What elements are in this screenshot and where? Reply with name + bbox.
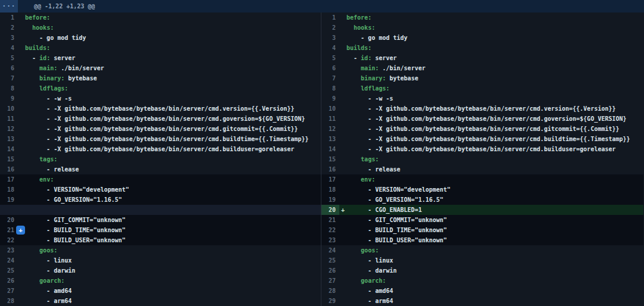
line-number[interactable]: 10	[0, 104, 18, 114]
yaml-key: goarch:	[39, 277, 64, 284]
add-comment-button[interactable]: +	[16, 226, 25, 235]
diff-line: 17 env:	[0, 174, 321, 185]
line-number[interactable]: 13	[321, 134, 339, 144]
line-number[interactable]: 5	[0, 53, 18, 63]
line-number[interactable]: 12	[321, 124, 339, 134]
diff-marker	[339, 53, 346, 63]
code-text: - BUILD_USER="unknown"	[25, 237, 126, 243]
line-number[interactable]: 2	[0, 23, 18, 33]
code-line: - arm64	[25, 296, 321, 306]
code-line: - -X github.com/bytebase/bytebase/bin/se…	[25, 104, 321, 114]
diff-marker	[339, 245, 346, 255]
line-number[interactable]: 25	[0, 266, 18, 276]
line-number[interactable]: 16	[321, 164, 339, 174]
diff-line: 19 - GO_VERSION="1.16.5"	[0, 195, 321, 205]
code-text	[25, 277, 39, 284]
diff-marker	[339, 195, 346, 205]
diff-line: 5 - id: server	[321, 53, 643, 63]
line-number[interactable]: 26	[321, 266, 339, 276]
line-number[interactable]: 9	[321, 93, 339, 104]
line-number[interactable]: 15	[0, 154, 18, 164]
line-number[interactable]: 3	[0, 33, 18, 43]
diff-line: 2 hooks:	[0, 23, 321, 33]
line-number[interactable]: 12	[0, 124, 18, 134]
line-number[interactable]: 1	[0, 13, 18, 23]
line-number[interactable]: 17	[0, 174, 18, 185]
line-number[interactable]: 19	[321, 195, 339, 205]
line-number[interactable]: 29	[321, 296, 339, 306]
code-text: - -w -s	[25, 95, 72, 102]
yaml-key: goos:	[361, 247, 379, 254]
code-text: - -X github.com/bytebase/bytebase/bin/se…	[346, 115, 627, 122]
code-text: bytebase	[64, 75, 97, 82]
line-number[interactable]: 22	[0, 235, 18, 245]
code-text: - amd64	[25, 288, 72, 294]
line-number[interactable]: 15	[321, 154, 339, 164]
line-number[interactable]: 24	[0, 255, 18, 266]
line-number[interactable]: 18	[0, 185, 18, 195]
line-number[interactable]: 17	[321, 174, 339, 185]
line-number[interactable]: 6	[321, 63, 339, 73]
line-number[interactable]: 19	[0, 195, 18, 205]
line-number[interactable]: 4	[0, 43, 18, 53]
code-line: goos:	[346, 245, 643, 255]
line-number[interactable]: 13	[0, 134, 18, 144]
diff-marker	[339, 144, 346, 154]
diff-line: 4builds:	[321, 43, 643, 53]
diff-marker	[339, 276, 346, 286]
line-number[interactable]: 2	[321, 23, 339, 33]
diff-line: 15 tags:	[321, 154, 643, 164]
line-number[interactable]: 11	[321, 114, 339, 124]
line-number[interactable]: 9	[0, 93, 18, 104]
line-number[interactable]: 18	[321, 185, 339, 195]
code-text	[346, 65, 361, 71]
line-number[interactable]: 28	[321, 286, 339, 296]
code-line: - VERSION="development"	[346, 185, 643, 195]
line-number[interactable]: 22	[321, 225, 339, 235]
code-line: - -X github.com/bytebase/bytebase/bin/se…	[25, 134, 321, 144]
line-number[interactable]: 25	[321, 255, 339, 266]
line-number[interactable]: 26	[0, 276, 18, 286]
line-number[interactable]: 8	[321, 83, 339, 93]
code-text: - -X github.com/bytebase/bytebase/bin/se…	[25, 115, 305, 122]
code-text: - arm64	[25, 298, 72, 304]
line-number[interactable]: 5	[321, 53, 339, 63]
line-number[interactable]: 10	[321, 104, 339, 114]
line-number[interactable]: 20	[321, 205, 339, 215]
line-number[interactable]: 6	[0, 63, 18, 73]
line-number[interactable]: 27	[321, 276, 339, 286]
code-text	[346, 176, 361, 183]
line-number[interactable]: 21	[321, 215, 339, 225]
diff-marker	[18, 104, 25, 114]
line-number[interactable]: 7	[321, 73, 339, 83]
line-number[interactable]: 14	[0, 144, 18, 154]
code-line: - BUILD_TIME="unknown"	[346, 225, 643, 235]
line-number[interactable]: 21	[0, 225, 18, 235]
yaml-key: id:	[39, 55, 50, 61]
line-number[interactable]: 16	[0, 164, 18, 174]
code-text: - go mod tidy	[25, 35, 86, 41]
code-text	[25, 75, 39, 82]
diff-line: 13 - -X github.com/bytebase/bytebase/bin…	[321, 134, 643, 144]
diff-marker	[339, 164, 346, 174]
diff-marker	[339, 185, 346, 195]
diff-line: 1before:	[0, 13, 321, 23]
line-number[interactable]: 3	[321, 33, 339, 43]
line-number[interactable]: 8	[0, 83, 18, 93]
diff-line: 16 - release	[321, 164, 643, 174]
line-number[interactable]: 28	[0, 296, 18, 306]
line-number[interactable]: 1	[321, 13, 339, 23]
line-number[interactable]: 14	[321, 144, 339, 154]
line-number[interactable]: 4	[321, 43, 339, 53]
line-number[interactable]: 11	[0, 114, 18, 124]
code-line: - CGO_ENABLED=1	[346, 205, 643, 215]
line-number[interactable]: 20	[0, 215, 18, 225]
line-number[interactable]: 7	[0, 73, 18, 83]
line-number[interactable]: 27	[0, 286, 18, 296]
more-options-button[interactable]: ···	[0, 0, 18, 13]
line-number[interactable]: 23	[321, 235, 339, 245]
code-text: - linux	[346, 257, 393, 264]
yaml-key: hooks:	[32, 24, 54, 31]
line-number[interactable]: 23	[0, 245, 18, 255]
line-number[interactable]: 24	[321, 245, 339, 255]
